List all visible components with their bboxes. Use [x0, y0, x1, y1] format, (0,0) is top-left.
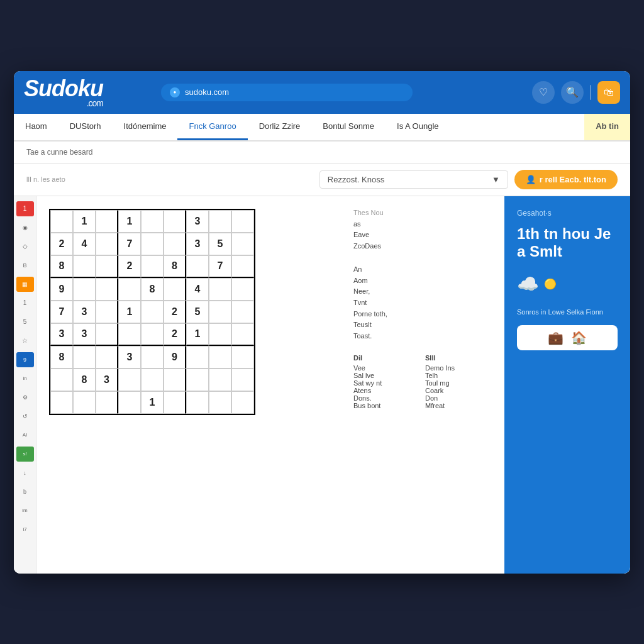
nav-item-dustorh[interactable]: DUStorh [58, 114, 113, 140]
sidebar-tool-down[interactable]: ↓ [16, 465, 34, 480]
sudoku-cell[interactable] [231, 278, 254, 301]
nav-item-dorliz[interactable]: Dorliz Zzire [248, 114, 312, 140]
search-input[interactable] [185, 87, 404, 97]
sudoku-cell[interactable]: 2 [164, 301, 186, 323]
sudoku-cell[interactable] [209, 346, 231, 369]
sidebar-tool-star[interactable]: ☆ [16, 333, 34, 348]
sudoku-cell[interactable] [118, 391, 141, 414]
sidebar-tool-1b[interactable]: 1 [16, 296, 34, 311]
sudoku-cell[interactable] [209, 323, 231, 346]
sidebar-tool-green-s[interactable]: s! [16, 447, 34, 462]
sudoku-cell[interactable] [73, 255, 96, 278]
sudoku-cell[interactable] [96, 255, 118, 278]
sudoku-cell[interactable] [164, 369, 186, 391]
sudoku-cell[interactable] [209, 391, 231, 414]
sidebar-tool-5[interactable]: 5 [16, 314, 34, 330]
sudoku-cell[interactable]: 2 [164, 323, 186, 346]
sidebar-tool-b[interactable]: B [16, 258, 34, 273]
sudoku-cell[interactable]: 7 [209, 255, 231, 278]
sidebar-tool-i7[interactable]: i7 [16, 522, 34, 537]
sudoku-cell[interactable]: 1 [141, 391, 164, 414]
sidebar-tool-c[interactable]: ↺ [16, 409, 34, 424]
sidebar-tool-diamond[interactable]: ◇ [16, 239, 34, 254]
sudoku-cell[interactable] [73, 391, 96, 414]
sudoku-cell[interactable]: 3 [73, 323, 96, 346]
sudoku-cell[interactable]: 1 [118, 301, 141, 323]
sudoku-cell[interactable] [209, 278, 231, 301]
nav-item-home[interactable]: Haom [14, 114, 58, 140]
sudoku-cell[interactable]: 8 [73, 369, 96, 391]
sudoku-cell[interactable] [141, 255, 164, 278]
sudoku-cell[interactable] [231, 323, 254, 346]
sudoku-cell[interactable] [141, 301, 164, 323]
sudoku-cell[interactable] [96, 210, 118, 233]
sudoku-cell[interactable] [141, 233, 164, 255]
sudoku-cell[interactable] [231, 233, 254, 255]
sudoku-cell[interactable] [209, 210, 231, 233]
sudoku-cell[interactable]: 8 [50, 346, 73, 369]
sudoku-cell[interactable] [231, 210, 254, 233]
sidebar-tool-blue[interactable]: 9 [16, 352, 34, 367]
sudoku-cell[interactable] [186, 255, 209, 278]
sudoku-cell[interactable] [164, 278, 186, 301]
sudoku-cell[interactable] [141, 210, 164, 233]
sudoku-cell[interactable] [186, 369, 209, 391]
sudoku-cell[interactable]: 8 [141, 278, 164, 301]
sidebar-tool-gear[interactable]: ⚙ [16, 390, 34, 405]
sudoku-cell[interactable] [186, 346, 209, 369]
sudoku-cell[interactable] [118, 323, 141, 346]
sudoku-cell[interactable]: 2 [50, 233, 73, 255]
sudoku-cell[interactable] [231, 391, 254, 414]
sudoku-cell[interactable]: 1 [118, 210, 141, 233]
sudoku-cell[interactable]: 3 [50, 323, 73, 346]
sudoku-cell[interactable] [50, 391, 73, 414]
sudoku-cell[interactable] [164, 233, 186, 255]
sudoku-cell[interactable] [141, 346, 164, 369]
sudoku-cell[interactable] [231, 346, 254, 369]
sudoku-cell[interactable]: 3 [186, 210, 209, 233]
sudoku-cell[interactable]: 1 [186, 323, 209, 346]
sudoku-cell[interactable]: 8 [50, 255, 73, 278]
sudoku-cell[interactable] [231, 255, 254, 278]
search-icon[interactable]: 🔍 [561, 81, 584, 104]
sudoku-cell[interactable]: 4 [186, 278, 209, 301]
ad-btn-briefcase[interactable]: 💼 [548, 330, 564, 345]
sidebar-tool-ai[interactable]: AI [16, 428, 34, 443]
bag-icon[interactable]: 🛍 [597, 81, 620, 104]
sudoku-cell[interactable]: 5 [209, 233, 231, 255]
sudoku-cell[interactable] [141, 323, 164, 346]
sudoku-cell[interactable]: 2 [118, 255, 141, 278]
heart-icon[interactable]: ♡ [532, 81, 555, 104]
sudoku-cell[interactable]: 7 [118, 233, 141, 255]
sidebar-tool-orange[interactable]: ▦ [16, 277, 34, 292]
filter-button[interactable]: 👤 r rell Eacb. tlt.ton [514, 170, 618, 189]
sudoku-cell[interactable]: 3 [118, 346, 141, 369]
nav-item-ad-tin[interactable]: Ab tin [584, 114, 630, 140]
sudoku-cell[interactable]: 5 [186, 301, 209, 323]
sidebar-tool-1[interactable]: 1 [16, 201, 34, 216]
search-bar[interactable]: ● [161, 84, 413, 101]
sudoku-cell[interactable] [118, 369, 141, 391]
sudoku-cell[interactable] [73, 346, 96, 369]
sudoku-cell[interactable]: 3 [96, 369, 118, 391]
sudoku-cell[interactable] [231, 301, 254, 323]
sudoku-cell[interactable] [96, 346, 118, 369]
nav-item-bontul[interactable]: Bontul Sonme [311, 114, 386, 140]
sudoku-cell[interactable] [209, 369, 231, 391]
sudoku-cell[interactable] [96, 391, 118, 414]
sudoku-cell[interactable] [50, 369, 73, 391]
sudoku-cell[interactable] [164, 391, 186, 414]
sidebar-tool-in[interactable]: in [16, 371, 34, 386]
sudoku-cell[interactable] [96, 323, 118, 346]
sudoku-cell[interactable] [96, 278, 118, 301]
sudoku-cell[interactable] [73, 278, 96, 301]
sudoku-cell[interactable]: 3 [73, 301, 96, 323]
sudoku-cell[interactable] [164, 210, 186, 233]
ad-btn-home[interactable]: 🏠 [571, 330, 587, 345]
sudoku-cell[interactable] [209, 301, 231, 323]
nav-item-is-a-oungle[interactable]: Is A Oungle [386, 114, 450, 140]
sudoku-cell[interactable] [186, 391, 209, 414]
nav-item-itdonemime[interactable]: Itdónemime [113, 114, 178, 140]
sidebar-tool-q1[interactable]: ◉ [16, 220, 34, 235]
sidebar-tool-im[interactable]: im [16, 503, 34, 518]
